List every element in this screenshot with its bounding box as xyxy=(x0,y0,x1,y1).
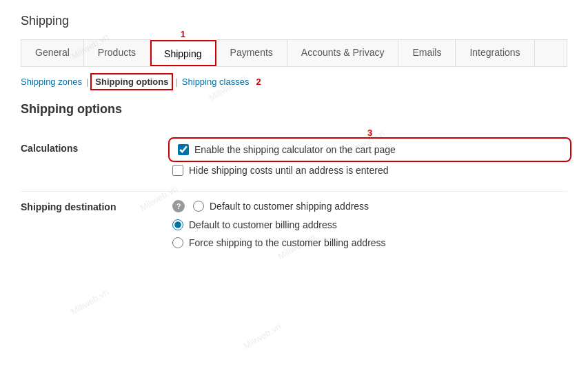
calculations-label: Calculations xyxy=(21,141,172,154)
tab-products[interactable]: Products xyxy=(84,40,150,66)
tab-accounts-privacy-label: Accounts & Privacy xyxy=(301,47,385,58)
tab-accounts-privacy[interactable]: Accounts & Privacy xyxy=(287,40,399,66)
tab-general[interactable]: General xyxy=(21,40,84,66)
help-icon[interactable]: ? xyxy=(172,200,185,212)
page-title: Shipping xyxy=(21,14,567,28)
settings-row-calculations: Calculations 3 Enable the shipping calcu… xyxy=(21,133,567,191)
calculations-content: 3 Enable the shipping calculator on the … xyxy=(172,141,567,183)
step2-indicator: 2 xyxy=(256,77,261,87)
default-billing-row: Default to customer billing address xyxy=(172,219,567,230)
enable-calculator-label: Enable the shipping calculator on the ca… xyxy=(194,144,396,155)
subnav-shipping-zones[interactable]: Shipping zones xyxy=(21,77,82,87)
tab-emails-label: Emails xyxy=(412,47,441,58)
default-billing-label: Default to customer billing address xyxy=(189,219,337,230)
sub-navigation: Shipping zones | Shipping options | Ship… xyxy=(21,75,567,88)
settings-table: Calculations 3 Enable the shipping calcu… xyxy=(21,133,567,263)
default-shipping-row: ? Default to customer shipping address xyxy=(172,200,567,212)
default-billing-radio[interactable] xyxy=(172,219,183,230)
default-shipping-address-label: Default to customer shipping address xyxy=(210,201,369,212)
default-shipping-radio[interactable] xyxy=(193,201,204,212)
subnav-separator-2: | xyxy=(175,77,177,87)
tab-integrations-label: Integrations xyxy=(469,47,520,58)
shipping-destination-label: Shipping destination xyxy=(21,200,172,212)
enable-calculator-row: Enable the shipping calculator on the ca… xyxy=(172,141,567,158)
subnav-separator-1: | xyxy=(86,77,88,87)
tab-shipping[interactable]: 1 Shipping xyxy=(150,40,216,66)
subnav-shipping-options[interactable]: Shipping options xyxy=(92,75,171,88)
hide-shipping-label: Hide shipping costs until an address is … xyxy=(189,165,389,176)
step1-indicator: 1 xyxy=(181,29,185,39)
shipping-destination-content: ? Default to customer shipping address D… xyxy=(172,200,567,255)
subnav-shipping-classes[interactable]: Shipping classes xyxy=(182,77,250,87)
tab-integrations[interactable]: Integrations xyxy=(456,40,534,66)
tab-payments-label: Payments xyxy=(230,47,273,58)
settings-row-shipping-destination: Shipping destination ? Default to custom… xyxy=(21,191,567,263)
tab-products-label: Products xyxy=(98,47,136,58)
tab-payments[interactable]: Payments xyxy=(216,40,287,66)
tab-shipping-label: Shipping xyxy=(164,48,202,59)
tab-general-label: General xyxy=(35,47,70,58)
force-billing-label: Force shipping to the customer billing a… xyxy=(189,237,386,248)
force-billing-radio[interactable] xyxy=(172,237,183,248)
tabs-bar: General Products 1 Shipping Payments Acc… xyxy=(21,39,567,66)
section-title: Shipping options xyxy=(21,102,567,117)
force-billing-row: Force shipping to the customer billing a… xyxy=(172,237,567,248)
step3-indicator: 3 xyxy=(367,128,372,138)
tab-emails[interactable]: Emails xyxy=(398,40,456,66)
enable-calculator-checkbox[interactable] xyxy=(178,144,189,155)
hide-shipping-checkbox[interactable] xyxy=(172,165,183,176)
hide-shipping-row: Hide shipping costs until an address is … xyxy=(172,165,567,176)
